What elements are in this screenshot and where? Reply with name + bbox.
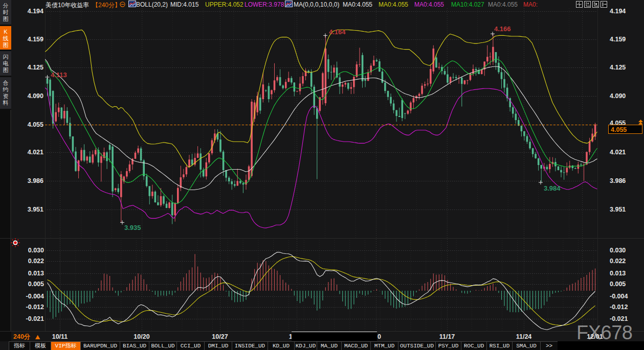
svg-text:4.125: 4.125 (28, 64, 43, 71)
svg-text:3.951: 3.951 (28, 206, 43, 213)
svg-text:240分: 240分 (13, 333, 31, 340)
svg-text:0.022: 0.022 (28, 258, 44, 265)
svg-text:-0.021: -0.021 (610, 315, 628, 322)
svg-text:4.164: 4.164 (329, 28, 346, 36)
svg-text:3.986: 3.986 (610, 177, 626, 184)
svg-text:10/20: 10/20 (134, 333, 149, 340)
svg-text:4.021: 4.021 (28, 149, 43, 156)
svg-text:3.986: 3.986 (28, 177, 43, 184)
svg-text:FX678: FX678 (576, 322, 633, 343)
svg-text:0.013: 0.013 (28, 270, 44, 277)
svg-text:4.159: 4.159 (28, 36, 43, 43)
svg-text:0.005: 0.005 (28, 281, 44, 288)
svg-text:4.125: 4.125 (610, 64, 626, 71)
svg-text:4.055: 4.055 (611, 126, 627, 133)
svg-text:4.159: 4.159 (610, 36, 626, 43)
svg-text:4.166: 4.166 (494, 25, 511, 33)
svg-text:12/01: 12/01 (587, 333, 603, 340)
svg-text:0.030: 0.030 (610, 247, 626, 254)
svg-text:-0.012: -0.012 (26, 304, 44, 311)
svg-text:-0.021: -0.021 (26, 315, 44, 322)
svg-text:3.984: 3.984 (544, 184, 561, 192)
svg-text:4.194: 4.194 (610, 8, 626, 15)
svg-text:4.090: 4.090 (610, 92, 626, 100)
svg-text:0.013: 0.013 (610, 270, 626, 277)
svg-text:10/27: 10/27 (212, 333, 228, 340)
svg-text:3.935: 3.935 (124, 224, 141, 231)
svg-text:4.090: 4.090 (28, 92, 43, 100)
svg-text:3.951: 3.951 (610, 206, 626, 213)
svg-text:0.030: 0.030 (28, 247, 44, 254)
svg-text:11/17: 11/17 (439, 333, 455, 340)
svg-text:-0.012: -0.012 (610, 304, 628, 311)
svg-text:-0.004: -0.004 (610, 293, 628, 300)
svg-text:4.021: 4.021 (610, 149, 626, 156)
svg-text:0.022: 0.022 (610, 258, 626, 265)
svg-text:0: 0 (377, 333, 381, 340)
svg-text:11/24: 11/24 (516, 333, 532, 340)
svg-text:4.194: 4.194 (28, 8, 43, 15)
svg-text:-0.004: -0.004 (26, 293, 44, 300)
svg-text:4.055: 4.055 (28, 121, 43, 128)
svg-text:0.005: 0.005 (610, 281, 626, 288)
svg-text:10/11: 10/11 (52, 333, 68, 340)
svg-text:4.113: 4.113 (51, 71, 67, 79)
